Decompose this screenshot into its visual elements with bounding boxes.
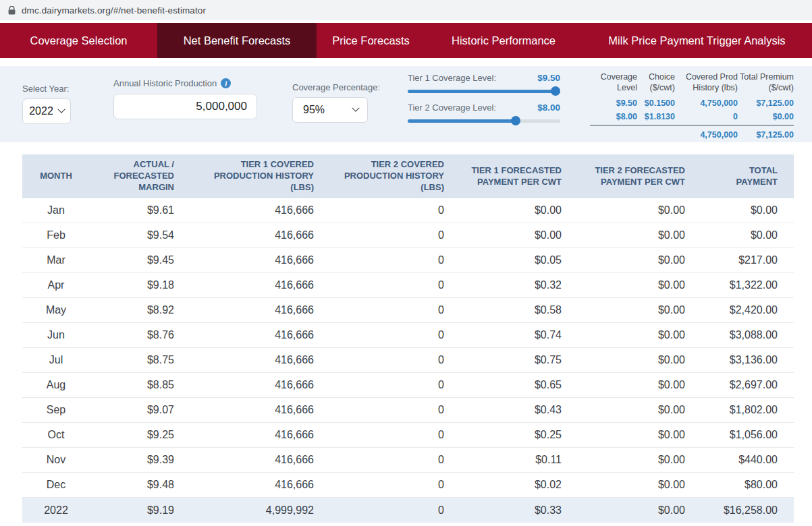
table-cell: Apr [22,279,90,291]
table-cell: $0.00 [562,329,685,341]
table-cell: May [22,304,90,316]
annual-production-group: Annual Historic Production i [113,78,257,119]
table-cell: $0.00 [685,229,794,241]
column-header: TIER 1 COVERED PRODUCTION HISTORY (LBS) [174,159,314,194]
select-year-group: Select Year: 2022 [22,84,71,124]
table-cell: Feb [22,229,90,241]
table-cell: 416,666 [174,279,314,291]
table-cell: Oct [22,429,90,441]
table-cell: 416,666 [174,254,314,266]
year-select[interactable]: 2022 [22,98,71,124]
table-cell: $9.48 [90,479,174,491]
table-cell: 0 [314,454,444,466]
table-cell: $1,322.00 [685,279,794,291]
tier1-slider[interactable] [408,90,560,93]
premium-value: 4,750,000 [675,98,738,111]
table-cell: $0.00 [562,354,685,366]
table-cell: $0.00 [562,279,685,291]
table-cell: $0.00 [685,204,794,216]
table-header: MONTHACTUAL / FORECASTED MARGINTIER 1 CO… [22,154,794,198]
chevron-down-icon [57,106,65,113]
table-cell: $0.74 [444,329,562,341]
tier2-slider-label: Tier 2 Coverage Level: [408,103,496,113]
table-cell: Nov [22,454,90,466]
table-body: Jan$9.61416,6660$0.00$0.00$0.00Feb$9.544… [22,198,794,523]
table-cell: 0 [314,304,444,316]
premium-value: 0 [675,111,738,125]
table-row: Sep$9.07416,6660$0.43$0.00$1,802.00 [22,398,794,423]
tier1-slider-label: Tier 1 Coverage Level: [408,73,496,83]
table-cell: $0.11 [444,454,562,466]
table-cell: $0.00 [562,204,685,216]
tab-net-benefit-forecasts[interactable]: Net Benefit Forecasts [157,23,317,58]
table-row: Mar$9.45416,6660$0.05$0.00$217.00 [22,248,794,273]
table-row: Jul$8.75416,6660$0.75$0.00$3,136.00 [22,348,794,373]
tab-coverage-selection[interactable]: Coverage Selection [0,23,157,58]
table-cell: $0.00 [444,204,562,216]
premium-column-header: Coverage Level [590,71,637,98]
tab-price-forecasts[interactable]: Price Forecasts [317,23,425,58]
tier1-slider-thumb[interactable] [551,86,560,96]
tab-milk-price-payment-trigger-analysis[interactable]: Milk Price Payment Trigger Analysis [582,23,812,58]
table-cell: $0.00 [562,229,685,241]
tab-historic-performance[interactable]: Historic Performance [425,23,582,58]
info-icon[interactable]: i [221,78,231,88]
table-cell: 0 [314,479,444,491]
coverage-percentage-group: Coverage Percentage: 95% [292,82,380,123]
table-cell: $2,420.00 [685,304,794,316]
table-cell: $8.85 [90,379,174,391]
table-cell: $0.05 [444,254,562,266]
table-cell: $9.18 [90,279,174,291]
table-cell: Mar [22,254,90,266]
table-cell: 0 [314,254,444,266]
table-cell: $1,056.00 [685,429,794,441]
table-cell: $0.58 [444,304,562,316]
table-cell: 0 [314,279,444,291]
table-row: Jan$9.61416,6660$0.00$0.00$0.00 [22,198,794,223]
table-cell: $9.54 [90,229,174,241]
table-cell: $9.25 [90,429,174,441]
table-cell: $0.00 [562,404,685,416]
premium-value: $0.00 [738,111,794,125]
table-cell: $8.75 [90,354,174,366]
column-header: ACTUAL / FORECASTED MARGIN [90,159,174,194]
table-cell: $0.02 [444,479,562,491]
coverage-percentage-label: Coverage Percentage: [292,82,380,92]
coverage-sliders: Tier 1 Coverage Level: $9.50 Tier 2 Cove… [408,73,560,123]
premium-table: Coverage LevelChoice ($/cwt)Covered Prod… [590,71,794,143]
table-row: Oct$9.25416,6660$0.25$0.00$1,056.00 [22,423,794,448]
premium-total-value: 4,750,000 [675,125,738,143]
table-cell: Jun [22,329,90,341]
annual-production-input[interactable] [113,94,257,119]
table-cell: $0.00 [562,454,685,466]
table-cell: 0 [314,404,444,416]
coverage-percentage-select[interactable]: 95% [292,97,368,123]
table-cell: $2,697.00 [685,379,794,391]
table-cell: 0 [314,229,444,241]
tier2-slider[interactable] [408,119,560,123]
table-cell: Dec [22,479,90,491]
table-cell: $8.76 [90,329,174,341]
table-cell: 0 [314,429,444,441]
table-cell: $9.19 [90,504,174,517]
table-cell: 416,666 [174,204,314,216]
tier2-slider-value: $8.00 [537,103,560,113]
controls-panel: Select Year: 2022 Annual Historic Produc… [0,66,812,142]
table-cell: 416,666 [174,304,314,316]
column-header: TOTAL PAYMENT [685,165,794,188]
table-cell: $3,136.00 [685,354,794,366]
table-cell: $9.61 [90,204,174,216]
browser-url-bar[interactable]: dmc.dairymarkets.org/#/net-benefit-estim… [0,0,812,20]
table-cell: 0 [314,504,444,517]
table-cell: $0.65 [444,379,562,391]
table-summary-row: 2022$9.194,999,9920$0.33$0.00$16,258.00 [22,498,794,523]
table-cell: Sep [22,404,90,416]
tier2-slider-thumb[interactable] [511,116,520,125]
table-cell: Aug [22,379,90,391]
column-header: MONTH [22,171,90,182]
table-cell: $0.43 [444,404,562,416]
table-row: Aug$8.85416,6660$0.65$0.00$2,697.00 [22,373,794,398]
url-text[interactable]: dmc.dairymarkets.org/#/net-benefit-estim… [22,5,206,16]
table-cell: $0.00 [562,504,685,517]
table-row: May$8.92416,6660$0.58$0.00$2,420.00 [22,298,794,323]
